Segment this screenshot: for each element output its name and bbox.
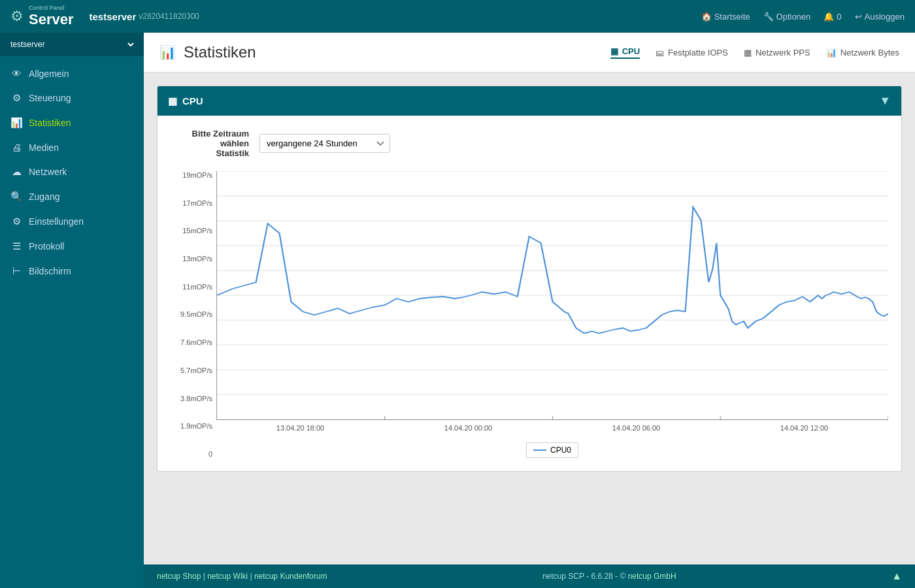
gear-icon: ⚙ <box>10 92 22 104</box>
x-label-4: 14.04.20 12:00 <box>780 424 828 432</box>
disk-tab-icon: 🖴 <box>656 48 664 57</box>
sidebar-item-netzwerk[interactable]: ☁ Netzwerk <box>0 159 144 184</box>
page-icon: 📊 <box>159 44 176 60</box>
y-label-5-7: 5.7mOP/s <box>171 367 212 374</box>
topnav-right: 🏠 Startseite 🔧 Optionen 🔔 0 ↩ Ausloggen <box>701 12 905 22</box>
y-label-1-9: 1.9mOP/s <box>171 422 212 430</box>
y-label-19: 19mOP/s <box>171 171 212 179</box>
x-label-3: 14.04.20 06:00 <box>612 424 660 432</box>
logout-icon: ↩ <box>855 12 862 22</box>
sidebar-item-steuerung[interactable]: ⚙ Steuerung <box>0 86 144 110</box>
tab-netzwerk-pps[interactable]: ▦ Netzwerk PPS <box>744 48 810 57</box>
startseite-link[interactable]: 🏠 Startseite <box>701 12 750 22</box>
pps-tab-icon: ▦ <box>744 48 752 57</box>
list-icon: ☰ <box>10 240 22 252</box>
bytes-tab-icon: 📊 <box>826 48 837 57</box>
legend-label-cpu0: CPU0 <box>550 446 571 455</box>
sidebar-item-zugang[interactable]: 🔍 Zugang <box>0 184 144 209</box>
sidebar-item-medien[interactable]: 🖨 Medien <box>0 135 144 159</box>
sidebar-item-statistiken[interactable]: 📊 Statistiken <box>0 110 144 135</box>
legend-cpu0: CPU0 <box>526 442 578 458</box>
main-content: ▦ CPU ▼ Bitte Zeitraum wählen Statistik <box>144 73 915 564</box>
sidebar-item-bildschirm[interactable]: ⊢ Bildschirm <box>0 259 144 284</box>
topnav: ⚙ Control Panel Server testserver v28204… <box>0 0 915 33</box>
footer-link-forum[interactable]: netcup Kundenforum <box>254 572 327 581</box>
y-label-11: 11mOP/s <box>171 283 212 291</box>
page-title: Statistiken <box>184 43 256 61</box>
sidebar-item-protokoll[interactable]: ☰ Protokoll <box>0 234 144 259</box>
card-header: ▦ CPU ▼ <box>158 86 901 116</box>
tab-festplatte[interactable]: 🖴 Festplatte IOPS <box>656 48 728 57</box>
footer: netcup Shop | netcup Wiki | netcup Kunde… <box>144 564 915 588</box>
chart-svg <box>217 171 888 419</box>
scroll-up-icon[interactable]: ▲ <box>891 570 902 582</box>
cpu-card: ▦ CPU ▼ Bitte Zeitraum wählen Statistik <box>157 86 902 472</box>
eye-icon: 👁 <box>10 68 22 79</box>
sidebar: testserver 👁 Allgemein ⚙ Steuerung 📊 Sta… <box>0 33 144 588</box>
tab-bar: ▦ CPU 🖴 Festplatte IOPS ▦ Netzwerk PPS 📊… <box>610 46 899 59</box>
chart-svg-wrap <box>216 171 888 420</box>
x-label-1: 13.04.20 18:00 <box>276 424 324 432</box>
server-selector[interactable]: testserver <box>0 33 144 56</box>
server-name: testserver <box>90 11 137 22</box>
media-icon: 🖨 <box>10 142 22 153</box>
optionen-link[interactable]: 🔧 Optionen <box>763 12 811 22</box>
main: 📊 Statistiken ▦ CPU 🖴 Festplatte IOPS ▦ … <box>144 33 915 588</box>
tab-cpu[interactable]: ▦ CPU <box>610 46 640 59</box>
time-selector-row: Bitte Zeitraum wählen Statistik vergange… <box>171 129 888 158</box>
server-select-dropdown[interactable]: testserver <box>8 39 136 50</box>
screen-icon: ⊢ <box>10 265 22 277</box>
bell-icon: 🔔 <box>824 12 834 22</box>
chart-area: 19mOP/s 17mOP/s 15mOP/s 13mOP/s 11mOP/s … <box>171 171 888 458</box>
footer-version: netcup SCP - 6.6.28 - © netcup GmbH <box>542 572 676 581</box>
brand-icon: ⚙ <box>10 8 24 25</box>
y-label-9-5: 9.5mOP/s <box>171 310 212 318</box>
chart-main: 13.04.20 18:00 14.04.20 00:00 14.04.20 0… <box>216 171 888 458</box>
footer-links: netcup Shop | netcup Wiki | netcup Kunde… <box>157 572 327 581</box>
footer-company-link[interactable]: netcup GmbH <box>628 572 676 581</box>
sidebar-nav: 👁 Allgemein ⚙ Steuerung 📊 Statistiken 🖨 … <box>0 56 144 289</box>
y-label-7-6: 7.6mOP/s <box>171 338 212 346</box>
time-label: Bitte Zeitraum wählen Statistik <box>171 129 249 158</box>
card-icon: ▦ <box>168 95 177 107</box>
key-icon: 🔍 <box>10 191 22 203</box>
tab-netzwerk-bytes[interactable]: 📊 Netzwerk Bytes <box>826 48 899 57</box>
brand-name: Server <box>29 11 74 27</box>
chevron-down-icon[interactable]: ▼ <box>879 94 891 108</box>
footer-link-shop[interactable]: netcup Shop <box>157 572 201 581</box>
y-label-3-8: 3.8mOP/s <box>171 395 212 402</box>
card-title: ▦ CPU <box>168 95 203 107</box>
wrench-icon: 🔧 <box>763 12 774 22</box>
cpu-tab-icon: ▦ <box>610 46 618 56</box>
time-period-select[interactable]: vergangene 24 Stunden vergangene 7 Tage … <box>259 134 390 153</box>
chart-icon: 📊 <box>10 117 22 129</box>
brand-subtitle: Control Panel <box>29 5 74 11</box>
y-label-15: 15mOP/s <box>171 227 212 235</box>
notifications-link[interactable]: 🔔 0 <box>824 12 841 22</box>
chart-legend: CPU0 <box>216 442 888 458</box>
x-label-2: 14.04.20 00:00 <box>444 424 492 432</box>
x-axis: 13.04.20 18:00 14.04.20 00:00 14.04.20 0… <box>216 420 888 432</box>
brand: ⚙ Control Panel Server <box>10 5 74 28</box>
legend-line-cpu0 <box>533 449 546 451</box>
y-label-13: 13mOP/s <box>171 255 212 263</box>
cloud-icon: ☁ <box>10 166 22 178</box>
server-id: v2820411820300 <box>139 12 199 21</box>
y-label-0: 0 <box>171 450 212 458</box>
ausloggen-link[interactable]: ↩ Ausloggen <box>855 12 905 22</box>
footer-link-wiki[interactable]: netcup Wiki <box>207 572 248 581</box>
layout: testserver 👁 Allgemein ⚙ Steuerung 📊 Sta… <box>0 33 915 588</box>
y-label-17: 17mOP/s <box>171 199 212 207</box>
sidebar-item-einstellungen[interactable]: ⚙ Einstellungen <box>0 209 144 234</box>
sidebar-item-allgemein[interactable]: 👁 Allgemein <box>0 61 144 86</box>
card-body: Bitte Zeitraum wählen Statistik vergange… <box>158 116 901 471</box>
y-axis: 19mOP/s 17mOP/s 15mOP/s 13mOP/s 11mOP/s … <box>171 171 216 458</box>
settings-icon: ⚙ <box>10 216 22 227</box>
main-header: 📊 Statistiken ▦ CPU 🖴 Festplatte IOPS ▦ … <box>144 33 915 73</box>
home-icon: 🏠 <box>701 12 712 22</box>
